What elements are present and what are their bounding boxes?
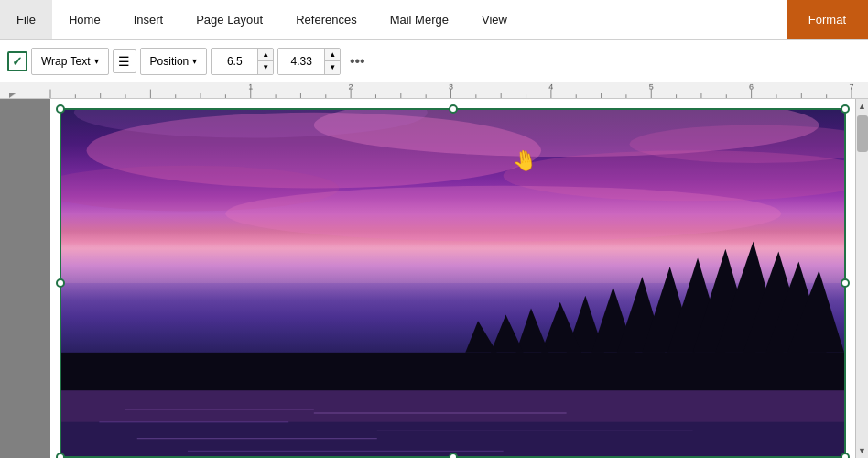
page-content: 🤚	[50, 99, 855, 458]
resize-handle-br[interactable]	[841, 453, 850, 458]
position-dropdown-icon: ▾	[192, 56, 197, 66]
height-spinner: ▲ ▼	[324, 49, 340, 74]
menu-insert[interactable]: Insert	[117, 0, 180, 39]
height-spin-down[interactable]: ▼	[325, 61, 340, 74]
svg-marker-20	[515, 309, 548, 353]
width-input-group: ▲ ▼	[211, 48, 274, 75]
menu-page-layout[interactable]: Page Layout	[179, 0, 279, 39]
svg-marker-21	[491, 314, 524, 352]
left-margin	[0, 99, 50, 458]
menu-view[interactable]: View	[465, 0, 524, 39]
scrollbar-vertical[interactable]: ▲ ▼	[855, 99, 868, 458]
menu-home[interactable]: Home	[52, 0, 117, 39]
width-spinner: ▲ ▼	[257, 49, 273, 74]
selected-image-box[interactable]	[60, 108, 846, 458]
resize-handle-bl[interactable]	[56, 453, 65, 458]
wrap-text-label: Wrap Text	[41, 55, 91, 68]
document-area: 🤚 ▲ ▼	[0, 99, 868, 458]
scroll-thumb[interactable]	[857, 115, 868, 152]
more-options-button[interactable]: •••	[344, 49, 370, 74]
scroll-up-arrow[interactable]: ▲	[856, 99, 869, 114]
sunset-svg	[61, 110, 844, 456]
menu-bar: File Home Insert Page Layout References …	[0, 0, 868, 40]
menu-mail-merge[interactable]: Mail Merge	[374, 0, 465, 39]
position-button[interactable]: Position ▾	[140, 48, 208, 75]
resize-handle-mr[interactable]	[841, 278, 850, 288]
sunset-image	[61, 110, 844, 456]
menu-references[interactable]: References	[279, 0, 373, 39]
checkbox-wrap-btn[interactable]: ✓	[7, 51, 27, 71]
toolbar: ✓ Wrap Text ▾ ☰ Position ▾ ▲ ▼ ▲ ▼ •••	[0, 40, 868, 82]
svg-point-4	[225, 186, 781, 242]
ruler	[0, 82, 868, 99]
more-icon: •••	[350, 53, 365, 70]
resize-handle-tc[interactable]	[449, 104, 458, 114]
position-label: Position	[150, 55, 190, 68]
height-input-group: ▲ ▼	[277, 48, 341, 75]
resize-handle-ml[interactable]	[56, 278, 65, 288]
image-frame[interactable]	[60, 108, 846, 458]
width-spin-up[interactable]: ▲	[258, 49, 273, 61]
width-spin-down[interactable]: ▼	[258, 61, 273, 74]
resize-handle-tr[interactable]	[841, 104, 850, 114]
width-input[interactable]	[212, 49, 257, 74]
wrap-text-button[interactable]: Wrap Text ▾	[31, 48, 109, 75]
scroll-down-arrow[interactable]: ▼	[856, 443, 869, 458]
svg-rect-31	[61, 390, 844, 421]
height-spin-up[interactable]: ▲	[325, 49, 340, 61]
resize-handle-bc[interactable]	[449, 453, 458, 458]
svg-marker-22	[465, 321, 496, 352]
scroll-track[interactable]	[856, 114, 868, 443]
ruler-canvas	[0, 82, 868, 98]
align-layout-button[interactable]: ☰	[113, 49, 136, 73]
wrap-text-dropdown-icon: ▾	[94, 56, 99, 66]
height-input[interactable]	[278, 49, 324, 74]
menu-file[interactable]: File	[0, 0, 52, 39]
checkmark-icon: ✓	[12, 55, 23, 68]
menu-format[interactable]: Format	[787, 0, 868, 39]
align-icon: ☰	[118, 55, 130, 68]
resize-handle-tl[interactable]	[56, 104, 65, 114]
